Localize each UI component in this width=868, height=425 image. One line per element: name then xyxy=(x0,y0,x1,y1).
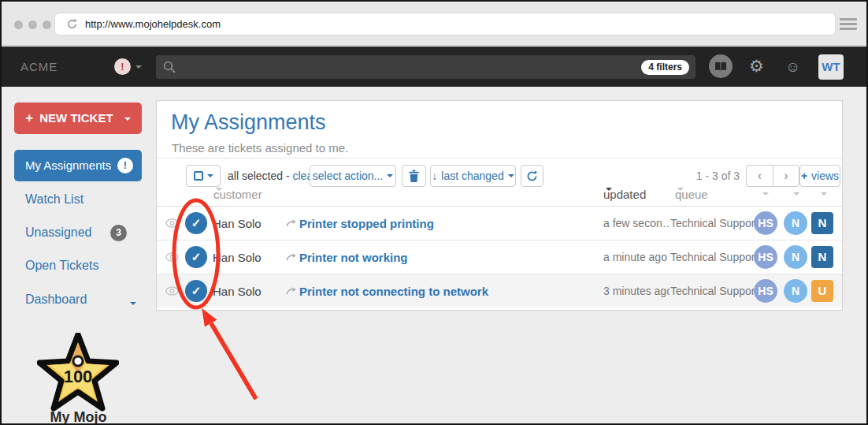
search-input[interactable] xyxy=(181,55,622,79)
prev-page-button[interactable]: ‹ xyxy=(746,165,773,187)
priority-badge: N xyxy=(811,212,833,234)
ticket-row[interactable]: ✓ Han Solo Printer not connecting to net… xyxy=(157,274,842,308)
sort-caret-icon[interactable] xyxy=(762,192,769,196)
chevron-down-icon[interactable] xyxy=(130,302,136,305)
next-page-button[interactable]: › xyxy=(773,165,799,187)
sort-caret-icon[interactable] xyxy=(821,192,827,196)
sidebar-item-open-tickets[interactable]: Open Tickets xyxy=(25,259,98,273)
priority-badge: U xyxy=(811,280,833,302)
search-bar[interactable]: 4 filters xyxy=(156,55,696,79)
checkbox-icon xyxy=(194,171,203,181)
queue-name: Technical Support xyxy=(670,285,758,297)
selection-status: all selected - clear xyxy=(228,170,317,182)
queue-name: Technical Support xyxy=(670,251,758,263)
window-controls xyxy=(14,21,51,29)
plus-icon: + xyxy=(25,110,33,125)
window-control-dot[interactable] xyxy=(28,21,37,29)
window-control-dot[interactable] xyxy=(43,21,51,29)
mojo-star-badge: 100 xyxy=(37,333,119,415)
pagination-controls: ‹ › xyxy=(746,165,799,187)
refresh-button[interactable] xyxy=(521,165,543,187)
customer-name: Han Solo xyxy=(213,285,262,298)
status-avatar: N xyxy=(784,211,807,235)
filters-badge[interactable]: 4 filters xyxy=(641,60,689,75)
queue-name: Technical Support xyxy=(670,217,758,229)
sort-label: last changed xyxy=(441,170,503,182)
page-title: My Assignments xyxy=(171,110,326,135)
chevron-down-icon xyxy=(207,174,213,177)
url-bar[interactable] xyxy=(54,13,836,35)
priority-badge: N xyxy=(811,246,833,268)
window-control-dot[interactable] xyxy=(14,21,23,29)
sort-dropdown[interactable]: ↓ last changed xyxy=(430,165,516,187)
browser-chrome xyxy=(2,2,866,46)
selected-check-icon[interactable]: ✓ xyxy=(185,212,207,234)
app-header: ACME ! 4 filters ⚙ ☺ WT xyxy=(2,47,866,87)
add-views-button[interactable]: + views xyxy=(799,165,840,187)
user-avatar[interactable]: WT xyxy=(818,54,844,80)
sort-caret-icon xyxy=(606,188,612,191)
sidebar-item-unassigned[interactable]: Unassigned xyxy=(25,226,92,240)
updated-time: 3 minutes ago xyxy=(603,285,670,297)
table-header: customer updated queue xyxy=(157,188,842,207)
ticket-title-link[interactable]: Printer stopped printing xyxy=(299,216,434,229)
url-input[interactable] xyxy=(85,18,794,30)
status-avatar: N xyxy=(784,279,807,303)
gear-icon[interactable]: ⚙ xyxy=(749,57,764,76)
account-alert-badge[interactable]: ! xyxy=(114,58,131,75)
views-label: views xyxy=(811,170,839,182)
menu-icon[interactable] xyxy=(840,18,857,32)
sort-direction-arrow: ↓ xyxy=(432,170,437,182)
mojo-score: 100 xyxy=(64,367,93,386)
annotation-arrow-head xyxy=(202,308,217,327)
ticket-row[interactable]: ✓ Han Solo Printer stopped printing a fe… xyxy=(157,206,842,240)
select-action-dropdown[interactable]: select action... xyxy=(310,165,396,187)
forward-arrow-icon xyxy=(286,218,296,227)
divider xyxy=(157,158,842,158)
pagination-info: 1 - 3 of 3 xyxy=(673,170,740,182)
sidebar-item-my-assignments[interactable]: My Assignments ! xyxy=(14,150,142,181)
eye-icon[interactable] xyxy=(165,252,179,262)
new-ticket-label: NEW TICKET xyxy=(39,111,113,125)
sort-caret-icon[interactable] xyxy=(793,192,799,196)
chevron-down-icon[interactable] xyxy=(135,65,142,69)
selected-check-icon[interactable]: ✓ xyxy=(185,280,207,302)
refresh-icon xyxy=(526,170,538,182)
app-window: ACME ! 4 filters ⚙ ☺ WT +NEW TICKET My A… xyxy=(0,0,868,425)
assignee-avatar: HS xyxy=(754,279,777,303)
chevron-down-icon xyxy=(508,174,514,177)
updated-time: a minute ago xyxy=(603,251,670,263)
knowledge-base-icon[interactable] xyxy=(709,54,733,78)
sort-caret-icon xyxy=(677,188,684,191)
main-panel: My Assignments These are tickets assigne… xyxy=(156,100,843,311)
sidebar-item-dashboard[interactable]: Dashboard xyxy=(25,293,87,307)
forward-arrow-icon xyxy=(286,253,296,262)
unassigned-count-badge: 3 xyxy=(110,225,127,241)
delete-button[interactable] xyxy=(402,165,426,187)
reload-icon[interactable] xyxy=(66,18,78,30)
ticket-row[interactable]: ✓ Han Solo Printer not working a minute … xyxy=(157,240,842,274)
ticket-title-link[interactable]: Printer not connecting to network xyxy=(299,285,488,298)
feedback-smiley-icon[interactable]: ☺ xyxy=(785,58,800,76)
sidebar-item-watch-list[interactable]: Watch List xyxy=(25,192,83,207)
separator: - xyxy=(286,170,290,182)
ticket-title-link[interactable]: Printer not working xyxy=(299,251,408,264)
mojo-label: My Mojo xyxy=(2,409,155,425)
selection-status-text: all selected xyxy=(228,170,283,182)
customer-name: Han Solo xyxy=(213,216,262,229)
assignee-avatar: HS xyxy=(754,245,777,269)
selected-check-icon[interactable]: ✓ xyxy=(185,246,207,268)
trash-icon xyxy=(409,170,419,182)
new-ticket-button[interactable]: +NEW TICKET xyxy=(14,103,142,134)
brand-name: ACME xyxy=(20,47,57,87)
assignee-avatar: HS xyxy=(754,211,777,235)
eye-icon[interactable] xyxy=(165,218,179,228)
plus-icon: + xyxy=(801,170,807,182)
page-subtitle: These are tickets assigned to me. xyxy=(172,141,348,155)
sort-caret-icon xyxy=(216,188,222,191)
alert-badge: ! xyxy=(117,158,133,173)
eye-icon[interactable] xyxy=(165,286,179,296)
sidebar-item-label: My Assignments xyxy=(25,158,111,172)
select-all-dropdown[interactable] xyxy=(186,165,221,187)
updated-time: a few secon… xyxy=(603,217,670,229)
